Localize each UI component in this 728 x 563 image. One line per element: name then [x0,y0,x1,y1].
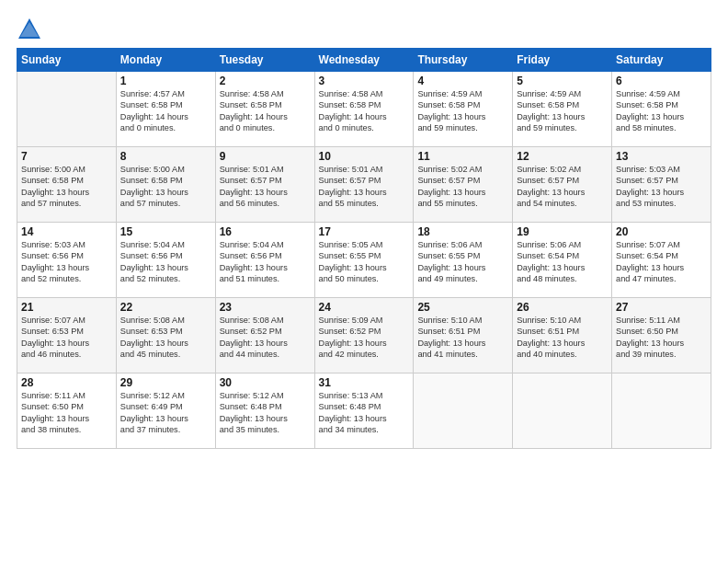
empty-cell [513,373,612,449]
week-row-3: 14Sunrise: 5:03 AM Sunset: 6:56 PM Dayli… [17,223,711,298]
day-cell-30: 30Sunrise: 5:12 AM Sunset: 6:48 PM Dayli… [215,373,314,449]
cell-info: Sunrise: 5:04 AM Sunset: 6:56 PM Dayligh… [120,239,211,285]
day-cell-25: 25Sunrise: 5:10 AM Sunset: 6:51 PM Dayli… [414,298,513,373]
day-cell-9: 9Sunrise: 5:01 AM Sunset: 6:57 PM Daylig… [215,147,314,223]
col-header-sunday: Sunday [17,49,117,72]
day-number: 15 [120,225,211,238]
day-cell-11: 11Sunrise: 5:02 AM Sunset: 6:57 PM Dayli… [414,147,513,223]
cell-info: Sunrise: 5:07 AM Sunset: 6:54 PM Dayligh… [616,239,707,285]
day-number: 23 [220,301,311,314]
cell-info: Sunrise: 5:02 AM Sunset: 6:57 PM Dayligh… [417,164,508,210]
day-number: 6 [616,75,707,87]
day-number: 5 [517,75,608,87]
day-cell-22: 22Sunrise: 5:08 AM Sunset: 6:53 PM Dayli… [116,298,215,373]
day-cell-12: 12Sunrise: 5:02 AM Sunset: 6:57 PM Dayli… [513,147,612,223]
cell-info: Sunrise: 5:00 AM Sunset: 6:58 PM Dayligh… [21,164,112,210]
day-number: 25 [417,301,508,314]
svg-marker-1 [20,22,39,37]
day-number: 31 [319,376,410,389]
day-cell-1: 1Sunrise: 4:57 AM Sunset: 6:58 PM Daylig… [116,72,215,147]
cell-info: Sunrise: 5:11 AM Sunset: 6:50 PM Dayligh… [21,390,112,436]
cell-info: Sunrise: 4:59 AM Sunset: 6:58 PM Dayligh… [616,88,707,134]
cell-info: Sunrise: 5:09 AM Sunset: 6:52 PM Dayligh… [319,315,410,361]
col-header-monday: Monday [116,49,215,72]
day-number: 17 [319,225,410,238]
col-header-wednesday: Wednesday [314,49,414,72]
calendar-table: SundayMondayTuesdayWednesdayThursdayFrid… [17,48,711,449]
day-number: 10 [319,150,410,163]
cell-info: Sunrise: 5:12 AM Sunset: 6:49 PM Dayligh… [120,390,211,436]
cell-info: Sunrise: 5:06 AM Sunset: 6:54 PM Dayligh… [517,239,608,285]
day-cell-15: 15Sunrise: 5:04 AM Sunset: 6:56 PM Dayli… [116,223,215,298]
cell-info: Sunrise: 4:59 AM Sunset: 6:58 PM Dayligh… [417,88,508,134]
cell-info: Sunrise: 5:12 AM Sunset: 6:48 PM Dayligh… [220,390,311,436]
cell-info: Sunrise: 5:02 AM Sunset: 6:57 PM Dayligh… [517,164,608,210]
day-cell-4: 4Sunrise: 4:59 AM Sunset: 6:58 PM Daylig… [414,72,513,147]
day-cell-26: 26Sunrise: 5:10 AM Sunset: 6:51 PM Dayli… [513,298,612,373]
day-cell-20: 20Sunrise: 5:07 AM Sunset: 6:54 PM Dayli… [612,223,711,298]
day-cell-28: 28Sunrise: 5:11 AM Sunset: 6:50 PM Dayli… [17,373,117,449]
day-cell-16: 16Sunrise: 5:04 AM Sunset: 6:56 PM Dayli… [215,223,314,298]
col-header-friday: Friday [513,49,612,72]
day-cell-29: 29Sunrise: 5:12 AM Sunset: 6:49 PM Dayli… [116,373,215,449]
day-number: 9 [220,150,311,163]
day-number: 12 [517,150,608,163]
cell-info: Sunrise: 5:06 AM Sunset: 6:55 PM Dayligh… [417,239,508,285]
day-cell-7: 7Sunrise: 5:00 AM Sunset: 6:58 PM Daylig… [17,147,117,223]
week-row-5: 28Sunrise: 5:11 AM Sunset: 6:50 PM Dayli… [17,373,711,449]
logo [17,17,44,42]
day-number: 7 [21,150,112,163]
header [17,17,711,42]
cell-info: Sunrise: 4:59 AM Sunset: 6:58 PM Dayligh… [517,88,608,134]
day-number: 20 [616,225,707,238]
day-cell-23: 23Sunrise: 5:08 AM Sunset: 6:52 PM Dayli… [215,298,314,373]
cell-info: Sunrise: 5:08 AM Sunset: 6:52 PM Dayligh… [220,315,311,361]
day-number: 3 [319,75,410,87]
cell-info: Sunrise: 5:00 AM Sunset: 6:58 PM Dayligh… [120,164,211,210]
day-number: 8 [120,150,211,163]
day-cell-19: 19Sunrise: 5:06 AM Sunset: 6:54 PM Dayli… [513,223,612,298]
day-number: 4 [417,75,508,87]
col-header-thursday: Thursday [414,49,513,72]
cell-info: Sunrise: 5:05 AM Sunset: 6:55 PM Dayligh… [319,239,410,285]
day-number: 13 [616,150,707,163]
day-number: 14 [21,225,112,238]
day-number: 28 [21,376,112,389]
cell-info: Sunrise: 4:58 AM Sunset: 6:58 PM Dayligh… [220,88,311,134]
cell-info: Sunrise: 5:03 AM Sunset: 6:57 PM Dayligh… [616,164,707,210]
logo-icon [17,17,42,42]
day-number: 1 [120,75,211,87]
cell-info: Sunrise: 5:13 AM Sunset: 6:48 PM Dayligh… [319,390,410,436]
day-cell-27: 27Sunrise: 5:11 AM Sunset: 6:50 PM Dayli… [612,298,711,373]
day-cell-3: 3Sunrise: 4:58 AM Sunset: 6:58 PM Daylig… [314,72,414,147]
day-cell-21: 21Sunrise: 5:07 AM Sunset: 6:53 PM Dayli… [17,298,117,373]
header-row: SundayMondayTuesdayWednesdayThursdayFrid… [17,49,711,72]
cell-info: Sunrise: 4:58 AM Sunset: 6:58 PM Dayligh… [319,88,410,134]
page: SundayMondayTuesdayWednesdayThursdayFrid… [0,0,728,563]
week-row-4: 21Sunrise: 5:07 AM Sunset: 6:53 PM Dayli… [17,298,711,373]
week-row-1: 1Sunrise: 4:57 AM Sunset: 6:58 PM Daylig… [17,72,711,147]
day-cell-18: 18Sunrise: 5:06 AM Sunset: 6:55 PM Dayli… [414,223,513,298]
cell-info: Sunrise: 5:03 AM Sunset: 6:56 PM Dayligh… [21,239,112,285]
day-cell-31: 31Sunrise: 5:13 AM Sunset: 6:48 PM Dayli… [314,373,414,449]
day-cell-5: 5Sunrise: 4:59 AM Sunset: 6:58 PM Daylig… [513,72,612,147]
day-number: 27 [616,301,707,314]
day-number: 30 [220,376,311,389]
day-number: 19 [517,225,608,238]
day-cell-2: 2Sunrise: 4:58 AM Sunset: 6:58 PM Daylig… [215,72,314,147]
day-number: 18 [417,225,508,238]
empty-cell [414,373,513,449]
cell-info: Sunrise: 5:04 AM Sunset: 6:56 PM Dayligh… [220,239,311,285]
cell-info: Sunrise: 5:10 AM Sunset: 6:51 PM Dayligh… [517,315,608,361]
col-header-tuesday: Tuesday [215,49,314,72]
cell-info: Sunrise: 4:57 AM Sunset: 6:58 PM Dayligh… [120,88,211,134]
cell-info: Sunrise: 5:07 AM Sunset: 6:53 PM Dayligh… [21,315,112,361]
day-number: 11 [417,150,508,163]
day-cell-14: 14Sunrise: 5:03 AM Sunset: 6:56 PM Dayli… [17,223,117,298]
cell-info: Sunrise: 5:08 AM Sunset: 6:53 PM Dayligh… [120,315,211,361]
day-number: 26 [517,301,608,314]
day-cell-10: 10Sunrise: 5:01 AM Sunset: 6:57 PM Dayli… [314,147,414,223]
day-number: 29 [120,376,211,389]
day-cell-17: 17Sunrise: 5:05 AM Sunset: 6:55 PM Dayli… [314,223,414,298]
cell-info: Sunrise: 5:01 AM Sunset: 6:57 PM Dayligh… [220,164,311,210]
